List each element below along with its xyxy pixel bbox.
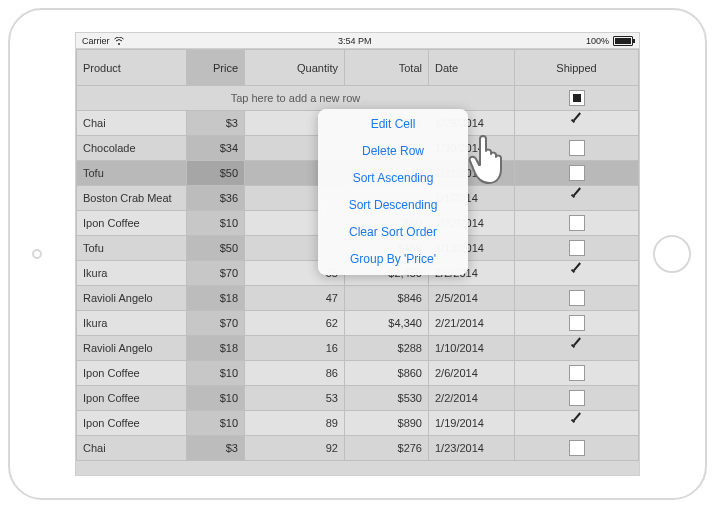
cell-total[interactable]: $890: [345, 411, 429, 436]
cell-total[interactable]: $530: [345, 386, 429, 411]
cell-shipped[interactable]: [515, 436, 639, 461]
cell-price[interactable]: $36: [187, 186, 245, 211]
context-menu[interactable]: Edit Cell Delete Row Sort Ascending Sort…: [318, 109, 468, 275]
cell-quantity[interactable]: 16: [245, 336, 345, 361]
checkbox-empty[interactable]: [569, 240, 585, 256]
check-icon: [570, 417, 584, 427]
cell-product[interactable]: Ipon Coffee: [77, 361, 187, 386]
cell-product[interactable]: Chai: [77, 436, 187, 461]
col-quantity[interactable]: Quantity: [245, 50, 345, 86]
cell-product[interactable]: Tofu: [77, 236, 187, 261]
cell-price[interactable]: $18: [187, 336, 245, 361]
table-row[interactable]: Chai$392$2761/23/2014: [77, 436, 639, 461]
cell-date[interactable]: 1/23/2014: [429, 436, 515, 461]
home-button[interactable]: [653, 235, 691, 273]
cell-product[interactable]: Ipon Coffee: [77, 211, 187, 236]
checkbox-empty[interactable]: [569, 140, 585, 156]
checkbox-empty[interactable]: [569, 215, 585, 231]
cell-date[interactable]: 1/19/2014: [429, 411, 515, 436]
cell-date[interactable]: 2/21/2014: [429, 311, 515, 336]
cell-date[interactable]: 2/5/2014: [429, 286, 515, 311]
menu-sort-desc[interactable]: Sort Descending: [318, 192, 468, 219]
data-grid[interactable]: Product Price Quantity Total Date Shippe…: [76, 49, 639, 461]
col-total[interactable]: Total: [345, 50, 429, 86]
add-row[interactable]: Tap here to add a new row: [77, 86, 639, 111]
cell-quantity[interactable]: 92: [245, 436, 345, 461]
cell-price[interactable]: $10: [187, 386, 245, 411]
menu-clear-sort[interactable]: Clear Sort Order: [318, 219, 468, 246]
menu-group-by[interactable]: Group By 'Price': [318, 246, 468, 273]
cell-quantity[interactable]: 47: [245, 286, 345, 311]
table-row[interactable]: Ipon Coffee$1089$8901/19/2014: [77, 411, 639, 436]
menu-delete-row[interactable]: Delete Row: [318, 138, 468, 165]
header-shipped-checkbox[interactable]: [515, 86, 639, 111]
cell-total[interactable]: $4,340: [345, 311, 429, 336]
cell-total[interactable]: $288: [345, 336, 429, 361]
menu-edit-cell[interactable]: Edit Cell: [318, 111, 468, 138]
cell-shipped[interactable]: [515, 411, 639, 436]
cell-quantity[interactable]: 53: [245, 386, 345, 411]
table-row[interactable]: Ikura$7062$4,3402/21/2014: [77, 311, 639, 336]
cell-product[interactable]: Ipon Coffee: [77, 386, 187, 411]
cell-price[interactable]: $10: [187, 411, 245, 436]
cell-product[interactable]: Ravioli Angelo: [77, 336, 187, 361]
table-row[interactable]: Ravioli Angelo$1847$8462/5/2014: [77, 286, 639, 311]
cell-price[interactable]: $34: [187, 136, 245, 161]
checkbox-empty[interactable]: [569, 365, 585, 381]
cell-quantity[interactable]: 62: [245, 311, 345, 336]
table-row[interactable]: Ipon Coffee$1086$8602/6/2014: [77, 361, 639, 386]
cell-product[interactable]: Boston Crab Meat: [77, 186, 187, 211]
cell-price[interactable]: $70: [187, 261, 245, 286]
cell-product[interactable]: Ikura: [77, 261, 187, 286]
cell-quantity[interactable]: 86: [245, 361, 345, 386]
cell-shipped[interactable]: [515, 311, 639, 336]
cell-date[interactable]: 2/2/2014: [429, 386, 515, 411]
cell-shipped[interactable]: [515, 161, 639, 186]
cell-price[interactable]: $3: [187, 436, 245, 461]
checkbox-empty[interactable]: [569, 290, 585, 306]
cell-product[interactable]: Ipon Coffee: [77, 411, 187, 436]
table-row[interactable]: Ipon Coffee$1053$5302/2/2014: [77, 386, 639, 411]
cell-product[interactable]: Ikura: [77, 311, 187, 336]
cell-product[interactable]: Chai: [77, 111, 187, 136]
cell-shipped[interactable]: [515, 386, 639, 411]
cell-shipped[interactable]: [515, 211, 639, 236]
table-row[interactable]: Ravioli Angelo$1816$2881/10/2014: [77, 336, 639, 361]
add-row-label[interactable]: Tap here to add a new row: [77, 86, 515, 111]
cell-product[interactable]: Ravioli Angelo: [77, 286, 187, 311]
checkbox-empty[interactable]: [569, 440, 585, 456]
cell-shipped[interactable]: [515, 236, 639, 261]
checkbox-empty[interactable]: [569, 390, 585, 406]
col-price[interactable]: Price: [187, 50, 245, 86]
cell-total[interactable]: $860: [345, 361, 429, 386]
cell-price[interactable]: $10: [187, 361, 245, 386]
cell-date[interactable]: 2/6/2014: [429, 361, 515, 386]
cell-quantity[interactable]: 89: [245, 411, 345, 436]
cell-shipped[interactable]: [515, 186, 639, 211]
cell-shipped[interactable]: [515, 111, 639, 136]
menu-sort-asc[interactable]: Sort Ascending: [318, 165, 468, 192]
cell-shipped[interactable]: [515, 136, 639, 161]
cell-shipped[interactable]: [515, 286, 639, 311]
cell-shipped[interactable]: [515, 361, 639, 386]
cell-price[interactable]: $70: [187, 311, 245, 336]
cell-total[interactable]: $846: [345, 286, 429, 311]
cell-price[interactable]: $18: [187, 286, 245, 311]
cell-shipped[interactable]: [515, 336, 639, 361]
checkbox-empty[interactable]: [569, 315, 585, 331]
cell-product[interactable]: Tofu: [77, 161, 187, 186]
cell-shipped[interactable]: [515, 261, 639, 286]
checkbox-empty[interactable]: [569, 165, 585, 181]
header-row[interactable]: Product Price Quantity Total Date Shippe…: [77, 50, 639, 86]
col-product[interactable]: Product: [77, 50, 187, 86]
camera-dot: [32, 249, 42, 259]
col-date[interactable]: Date: [429, 50, 515, 86]
cell-price[interactable]: $10: [187, 211, 245, 236]
cell-product[interactable]: Chocolade: [77, 136, 187, 161]
cell-total[interactable]: $276: [345, 436, 429, 461]
col-shipped[interactable]: Shipped: [515, 50, 639, 86]
cell-price[interactable]: $3: [187, 111, 245, 136]
cell-price[interactable]: $50: [187, 161, 245, 186]
cell-price[interactable]: $50: [187, 236, 245, 261]
cell-date[interactable]: 1/10/2014: [429, 336, 515, 361]
